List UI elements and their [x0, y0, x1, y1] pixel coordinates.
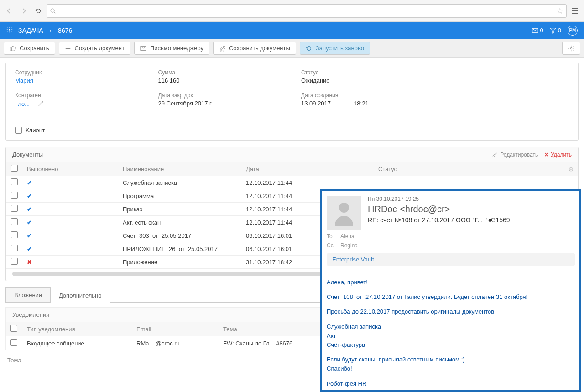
row-checkbox[interactable]	[11, 231, 18, 238]
email-body: Алена, привет! Счет_108_от_27.10.2017 от…	[327, 278, 575, 371]
employee-value[interactable]: Мария	[15, 77, 140, 84]
email-cc-value: Regina	[340, 242, 358, 249]
client-label: Клиент	[26, 127, 45, 134]
documents-title: Документы	[12, 151, 43, 158]
svg-point-0	[51, 9, 54, 12]
doc-name: Счет_303_от_25.05.2017	[118, 229, 241, 242]
doc-name: Приказ	[118, 203, 241, 216]
check-icon: ✔	[27, 232, 32, 239]
row-checkbox[interactable]	[11, 245, 18, 251]
url-bar[interactable]: ☆	[47, 4, 567, 18]
docs-delete-button[interactable]: ✕ Удалить	[544, 152, 572, 158]
header-mail[interactable]: 0	[532, 27, 543, 34]
person-icon	[333, 200, 355, 226]
email-preview: Пн 30.10.2017 19:25 HRDoc <hrdoc@cr> RE:…	[320, 189, 581, 371]
breadcrumb-root[interactable]: ЗАДАЧА	[18, 27, 43, 34]
x-icon: ✖	[27, 259, 32, 266]
counterparty-value[interactable]: Гло...	[15, 100, 30, 107]
svg-point-6	[339, 203, 349, 213]
bookmark-icon[interactable]: ☆	[556, 6, 563, 16]
created-label: Дата создания	[301, 92, 426, 99]
notif-row-checkbox[interactable]	[10, 339, 17, 346]
paperclip-icon	[219, 45, 225, 52]
status-label: Статус	[301, 69, 426, 76]
email-to-value: Alena	[340, 233, 355, 240]
col-status[interactable]: Статус⊕	[374, 162, 578, 176]
check-icon: ✔	[27, 193, 32, 199]
breadcrumb-id: 8676	[58, 27, 72, 34]
col-done[interactable]: Выполнено	[22, 162, 118, 176]
url-input[interactable]	[59, 7, 553, 14]
add-column-icon[interactable]: ⊕	[568, 166, 574, 172]
doc-name: Акт, есть скан	[118, 216, 241, 229]
arrow-right-icon	[21, 8, 27, 14]
svg-line-1	[54, 12, 56, 13]
thumbs-up-icon	[10, 45, 16, 52]
create-doc-button[interactable]: Создать документ	[59, 42, 130, 55]
table-row[interactable]: ✔Служебная записка12.10.2017 11:44	[6, 176, 578, 189]
select-all-checkbox[interactable]	[11, 165, 18, 172]
user-avatar[interactable]: РМ	[568, 26, 578, 36]
pencil-icon	[38, 100, 44, 106]
doc-date: 12.10.2017 11:44	[241, 176, 374, 189]
reload-button[interactable]	[32, 5, 45, 17]
toolbar-settings-button[interactable]	[562, 42, 580, 55]
filter-icon	[550, 27, 556, 34]
row-checkbox[interactable]	[11, 218, 18, 225]
enterprise-vault-link[interactable]: Enterprise Vault	[327, 253, 575, 266]
check-icon: ✔	[27, 219, 32, 226]
col-date[interactable]: Дата	[241, 162, 374, 176]
save-docs-button[interactable]: Сохранить документы	[213, 42, 296, 55]
email-subject: RE: счет №108 от 27.10.2017 ООО "Г... " …	[368, 216, 575, 224]
row-checkbox[interactable]	[11, 178, 18, 185]
row-checkbox[interactable]	[11, 258, 18, 265]
email-avatar	[327, 196, 361, 230]
check-icon: ✔	[27, 206, 32, 213]
breadcrumb: ЗАДАЧА › 8676	[18, 27, 72, 34]
tab-attachments[interactable]: Вложения	[5, 287, 51, 302]
save-button[interactable]: Сохранить	[4, 42, 55, 55]
restart-button[interactable]: Запустить заново	[300, 42, 370, 55]
doc-name: ПРИЛОЖЕНИЕ_26_от_25.05.2017	[118, 242, 241, 256]
counterparty-label: Контрагент	[15, 92, 140, 99]
browser-menu-button[interactable]: ☰	[568, 5, 581, 17]
forward-button[interactable]	[17, 5, 30, 17]
sum-value: 116 160	[158, 77, 283, 84]
mail-icon	[140, 45, 146, 52]
notif-select-all-checkbox[interactable]	[10, 325, 17, 332]
client-checkbox[interactable]	[15, 127, 22, 134]
email-cc-label: Cc	[327, 242, 335, 249]
created-date: 13.09.2017	[301, 100, 331, 107]
reload-icon	[35, 8, 42, 14]
edit-counterparty-button[interactable]	[38, 100, 44, 108]
plus-icon	[65, 45, 71, 52]
browser-chrome: ☆ ☰	[0, 0, 584, 22]
created-time: 18:21	[354, 100, 369, 107]
gear-icon	[568, 45, 574, 52]
arrow-left-icon	[6, 8, 12, 14]
tab-extra[interactable]: Дополнительно	[50, 288, 110, 303]
svg-point-2	[9, 29, 10, 31]
notif-col-type[interactable]: Тип уведомления	[22, 322, 132, 336]
doc-name: Приложение	[118, 256, 241, 269]
header-filter[interactable]: 0	[550, 27, 561, 34]
back-button[interactable]	[3, 5, 16, 17]
check-icon: ✔	[27, 179, 32, 186]
email-date: Пн 30.10.2017 19:25	[368, 196, 575, 202]
settings-button[interactable]	[6, 26, 13, 34]
hamburger-icon: ☰	[571, 6, 579, 16]
toolbar: Сохранить Создать документ Письмо менедж…	[0, 39, 584, 58]
x-icon: ✕	[544, 152, 549, 158]
pencil-icon	[492, 152, 498, 158]
mail-icon	[532, 27, 538, 34]
col-name[interactable]: Наименование	[118, 162, 241, 176]
row-checkbox[interactable]	[11, 205, 18, 212]
row-checkbox[interactable]	[11, 192, 18, 199]
email-to-label: To	[327, 233, 335, 240]
letter-manager-button[interactable]: Письмо менеджеру	[134, 42, 209, 55]
doc-name: Программа	[118, 189, 241, 203]
notif-col-email[interactable]: Email	[132, 322, 219, 336]
restart-icon	[306, 45, 312, 52]
docs-edit-button[interactable]: Редактировать	[492, 152, 538, 158]
close-date-value: 29 Сентября 2017 г.	[158, 100, 283, 107]
